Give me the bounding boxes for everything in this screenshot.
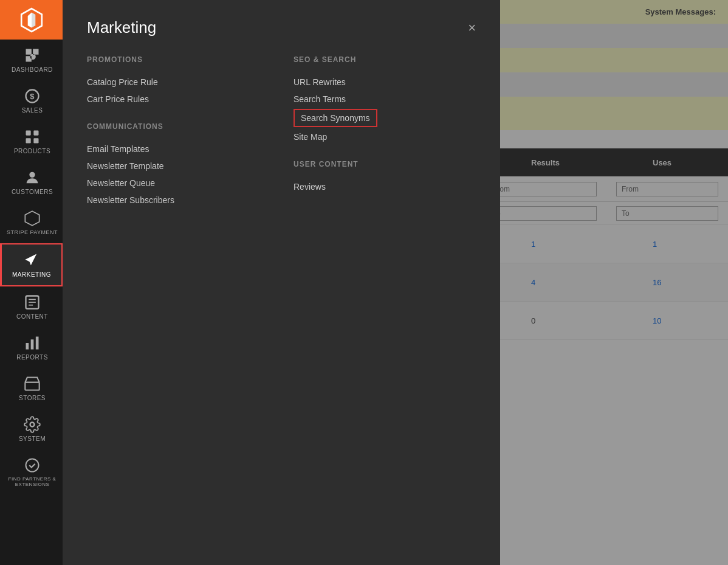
sidebar-item-content[interactable]: CONTENT xyxy=(0,286,63,327)
main-area: will be processed. System Messages: Resu… xyxy=(63,0,728,565)
svg-rect-17 xyxy=(36,336,39,349)
sales-icon: $ xyxy=(24,88,41,105)
svg-marker-1 xyxy=(27,12,31,27)
catalog-price-rule-link[interactable]: Catalog Price Rule xyxy=(87,74,269,91)
svg-marker-10 xyxy=(25,211,39,225)
sidebar-item-label: STRIPE PAYMENT xyxy=(7,229,58,236)
promotions-section-title: Promotions xyxy=(87,55,269,64)
sidebar-item-find-partners[interactable]: FIND PARTNERS & EXTENSIONS xyxy=(0,449,63,495)
svg-text:$: $ xyxy=(30,92,35,101)
svg-rect-5 xyxy=(26,131,31,136)
sidebar-item-label: DASHBOARD xyxy=(12,66,53,73)
customers-icon xyxy=(24,169,41,186)
svg-point-20 xyxy=(26,459,39,471)
stores-icon xyxy=(24,375,41,392)
sidebar-item-label: SYSTEM xyxy=(19,435,46,442)
panel-right-column: SEO & Search URL Rewrites Search Terms S… xyxy=(294,55,476,209)
cart-price-rules-link[interactable]: Cart Price Rules xyxy=(87,91,269,108)
sidebar-item-dashboard[interactable]: DASHBOARD xyxy=(0,40,63,80)
user-content-section: User Content Reviews xyxy=(294,160,476,195)
sidebar-item-label: REPORTS xyxy=(16,354,48,361)
search-synonyms-link[interactable]: Search Synonyms xyxy=(294,109,377,127)
sidebar-item-label: CONTENT xyxy=(16,313,48,320)
marketing-icon xyxy=(23,252,40,269)
email-templates-link[interactable]: Email Templates xyxy=(87,140,269,158)
stripe-icon xyxy=(24,210,41,227)
panel-columns: Promotions Catalog Price Rule Cart Price… xyxy=(87,55,476,209)
svg-rect-15 xyxy=(26,343,29,350)
products-icon xyxy=(24,128,41,145)
site-map-link[interactable]: Site Map xyxy=(294,128,476,145)
sidebar-item-label: MARKETING xyxy=(12,271,51,278)
svg-point-9 xyxy=(29,172,35,178)
sidebar-item-label: CUSTOMERS xyxy=(12,189,53,195)
seo-search-section-title: SEO & Search xyxy=(294,55,476,64)
sidebar-item-stripe-payment[interactable]: STRIPE PAYMENT xyxy=(0,203,63,243)
url-rewrites-link[interactable]: URL Rewrites xyxy=(294,74,476,91)
dashboard-icon xyxy=(24,47,41,64)
partners-icon xyxy=(24,457,41,474)
communications-section: Communications Email Templates Newslette… xyxy=(87,122,269,209)
svg-rect-16 xyxy=(31,339,34,349)
sidebar-item-label: FIND PARTNERS & EXTENSIONS xyxy=(5,476,60,488)
sidebar-item-stores[interactable]: STORES xyxy=(0,368,63,409)
sidebar-item-system[interactable]: SYSTEM xyxy=(0,409,63,449)
newsletter-queue-link[interactable]: Newsletter Queue xyxy=(87,175,269,192)
svg-rect-6 xyxy=(33,131,38,136)
sidebar-item-label: SALES xyxy=(22,107,43,114)
search-terms-link[interactable]: Search Terms xyxy=(294,91,476,108)
magento-logo-icon xyxy=(19,7,44,33)
svg-rect-18 xyxy=(25,382,39,390)
sidebar-item-reports[interactable]: REPORTS xyxy=(0,327,63,368)
sidebar-item-label: PRODUCTS xyxy=(14,148,50,154)
sidebar-item-products[interactable]: PRODUCTS xyxy=(0,121,63,162)
sidebar-logo[interactable] xyxy=(0,0,63,40)
panel-title: Marketing xyxy=(87,18,156,37)
reports-icon xyxy=(24,334,41,352)
sidebar-item-sales[interactable]: $ SALES xyxy=(0,80,63,121)
content-icon xyxy=(24,294,41,311)
sidebar-item-label: STORES xyxy=(19,395,46,401)
communications-section-title: Communications xyxy=(87,122,269,131)
svg-rect-7 xyxy=(26,138,31,143)
sidebar-item-customers[interactable]: CUSTOMERS xyxy=(0,162,63,203)
marketing-panel: Marketing × Promotions Catalog Price Rul… xyxy=(63,0,500,565)
system-icon xyxy=(24,416,41,433)
reviews-link[interactable]: Reviews xyxy=(294,178,476,195)
panel-header: Marketing × xyxy=(87,18,476,37)
panel-left-column: Promotions Catalog Price Rule Cart Price… xyxy=(87,55,269,209)
svg-marker-2 xyxy=(32,12,35,27)
close-button[interactable]: × xyxy=(468,21,476,35)
svg-rect-8 xyxy=(33,138,38,143)
svg-point-19 xyxy=(30,422,35,426)
newsletter-template-link[interactable]: Newsletter Template xyxy=(87,158,269,175)
newsletter-subscribers-link[interactable]: Newsletter Subscribers xyxy=(87,192,269,209)
sidebar: DASHBOARD $ SALES PRODUCTS CUSTOMERS STR… xyxy=(0,0,63,565)
user-content-section-title: User Content xyxy=(294,160,476,168)
sidebar-item-marketing[interactable]: MARKETING xyxy=(0,243,63,286)
